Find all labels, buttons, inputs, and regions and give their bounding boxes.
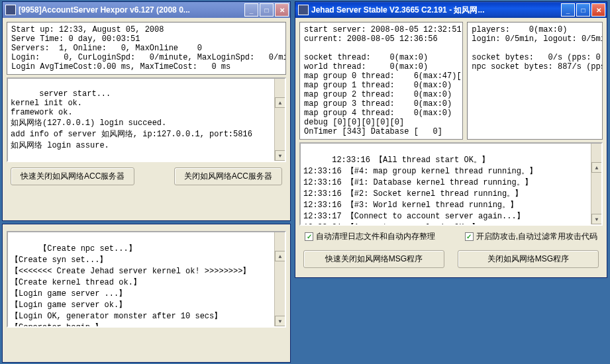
fast-close-acc-button[interactable]: 快速关闭如风网络ACC服务器 (11, 167, 134, 185)
window-title: Jehad Server Stable V2.3665 C2.191 - 如风网… (311, 5, 561, 16)
maximize-button[interactable]: □ (260, 3, 274, 17)
scroll-down-icon[interactable]: ▼ (275, 150, 285, 161)
window-controls: _ □ ✕ (244, 3, 289, 17)
fast-close-msg-button[interactable]: 快速关闭如风网络MSG程序 (303, 250, 444, 268)
button-row: 快速关闭如风网络MSG程序 关闭如风网络MSG程序 (299, 248, 603, 271)
scrollbar[interactable]: ▲ ▼ (591, 144, 601, 224)
stats-left-panel: start server: 2008-08-05 12:32:51 curren… (299, 22, 463, 140)
window-title: [9958]AccountServer Hexpor v6.127 (2008 … (19, 5, 244, 15)
minimize-button[interactable]: _ (561, 3, 575, 17)
window-controls: _ □ ✕ (561, 3, 605, 17)
stats-right-panel: players: 0(max:0) login: 0/5min, logout:… (467, 22, 603, 140)
checkbox-icon: ✓ (465, 232, 474, 241)
scroll-up-icon[interactable]: ▲ (275, 97, 285, 108)
log-text: 12:33:16 【All thread start OK。】 12:33:16… (303, 156, 537, 226)
auto-clean-checkbox[interactable]: ✓ 自动清理日志文件和自动内存整理 (305, 231, 435, 242)
close-msg-button[interactable]: 关闭如风网络MSG程序 (458, 250, 599, 268)
defend-checkbox[interactable]: ✓ 开启防攻击,自动过滤常用攻击代码 (465, 231, 597, 242)
stats-row: start server: 2008-08-05 12:32:51 curren… (299, 22, 603, 140)
stats-panel: Start up: 12:33, August 05, 2008 Serve T… (7, 22, 286, 75)
checkbox-row: ✓ 自动清理日志文件和自动内存整理 ✓ 开启防攻击,自动过滤常用攻击代码 (299, 228, 603, 245)
minimize-button[interactable]: _ (244, 3, 258, 17)
checkbox-label: 开启防攻击,自动过滤常用攻击代码 (476, 231, 597, 242)
titlebar[interactable]: Jehad Server Stable V2.3665 C2.191 - 如风网… (295, 2, 607, 18)
close-acc-button[interactable]: 关闭如风网络ACC服务器 (174, 167, 282, 185)
log-panel: 【Create npc set...】 【Create syn set...】 … (7, 231, 286, 328)
close-button[interactable]: ✕ (591, 3, 605, 17)
close-button[interactable]: ✕ (275, 3, 289, 17)
titlebar[interactable]: [9958]AccountServer Hexpor v6.127 (2008 … (3, 2, 290, 18)
scroll-up-icon[interactable]: ▲ (275, 251, 285, 261)
client-area: Start up: 12:33, August 05, 2008 Serve T… (3, 18, 290, 220)
checkbox-label: 自动清理日志文件和自动内存整理 (316, 231, 435, 242)
client-area: 【Create npc set...】 【Create syn set...】 … (3, 224, 290, 362)
maximize-button[interactable]: □ (576, 3, 590, 17)
button-row: 快速关闭如风网络ACC服务器 关闭如风网络ACC服务器 (7, 165, 286, 188)
scrollbar[interactable]: ▲ ▼ (274, 232, 285, 326)
log-panel: 12:33:16 【All thread start OK。】 12:33:16… (299, 142, 603, 226)
checkbox-icon: ✓ (305, 232, 313, 241)
client-area: start server: 2008-08-05 12:32:51 curren… (295, 18, 607, 277)
app-icon (5, 5, 16, 15)
log-text: 【Create npc set...】 【Create syn set...】 … (11, 244, 250, 328)
log-panel: server start... kernel init ok. framewor… (7, 77, 286, 162)
scroll-down-icon[interactable]: ▼ (591, 214, 602, 224)
jehad-server-window: Jehad Server Stable V2.3665 C2.191 - 如风网… (295, 1, 607, 278)
log-text: server start... kernel init ok. framewor… (11, 89, 252, 150)
scrollbar[interactable]: ▲ ▼ (274, 79, 285, 161)
app-icon (298, 5, 309, 15)
lower-log-window: 【Create npc set...】 【Create syn set...】 … (2, 224, 291, 363)
scroll-up-icon[interactable]: ▲ (591, 162, 602, 173)
account-server-window: [9958]AccountServer Hexpor v6.127 (2008 … (2, 1, 291, 221)
scroll-down-icon[interactable]: ▼ (275, 316, 285, 326)
